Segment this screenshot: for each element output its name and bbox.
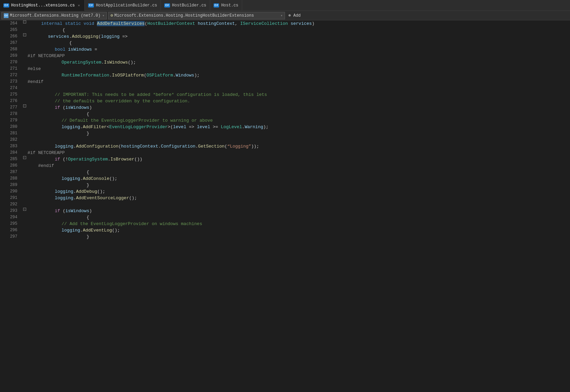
token-normal: (); — [97, 189, 105, 194]
token-param: logging — [62, 228, 80, 233]
token-normal: { — [55, 170, 89, 175]
namespace-left-select[interactable]: C#Microsoft.Extensions.Hosting (net7.0)▾ — [1, 12, 107, 19]
line-number: 294 — [3, 214, 21, 221]
token-normal: ); — [194, 73, 200, 78]
collapse-button[interactable]: − — [21, 156, 28, 159]
code-area[interactable]: 264−internal static void AddDefaultServi… — [0, 20, 570, 392]
table-row: 279// Default the EventLogLoggerProvider… — [3, 117, 570, 124]
tab-close-icon[interactable]: ✕ — [77, 3, 81, 8]
token-kw: void — [84, 21, 94, 26]
tab-tab4[interactable]: C#Host.cs — [210, 0, 242, 11]
token-kw-ctrl: if — [55, 105, 60, 110]
line-number: 296 — [3, 227, 21, 234]
token-normal: (); — [112, 228, 120, 233]
token-comment: // IMPORTANT: This needs to be added *be… — [55, 92, 267, 97]
line-content: // Add the EventLogLoggerProvider on win… — [28, 221, 570, 227]
token-preprocessor: #if NETCOREAPP — [28, 150, 65, 155]
line-content: { — [28, 40, 570, 46]
table-row: 291logging.AddEventSourceLogger(); — [3, 195, 570, 201]
token-normal — [81, 21, 84, 26]
line-content: } — [28, 182, 570, 188]
tab-tab2[interactable]: C#HostApplicationBuilder.cs — [85, 0, 161, 11]
line-number: 285 — [3, 156, 21, 163]
table-row: 284#if NETCOREAPP — [3, 150, 570, 156]
collapse-button[interactable]: − — [21, 208, 28, 211]
token-normal: { — [41, 28, 65, 33]
token-method: AddDebug — [76, 189, 97, 194]
line-number: 295 — [3, 221, 21, 227]
token-method: AddLogging — [72, 34, 98, 39]
token-param: hostingContext — [198, 21, 235, 26]
token-normal: ( — [144, 73, 147, 78]
token-param: services — [48, 34, 69, 39]
token-type: IServiceCollection — [240, 21, 288, 26]
cs-ns-icon: C# — [4, 13, 9, 18]
line-number: 284 — [3, 150, 21, 156]
line-number: 288 — [3, 175, 21, 182]
line-content: RuntimeInformation.IsOSPlatform(OSPlatfo… — [28, 72, 570, 79]
table-row: 297 } — [3, 234, 570, 240]
line-number: 292 — [3, 201, 21, 208]
collapse-button[interactable]: − — [21, 104, 28, 107]
line-content: #if NETCOREAPP — [28, 150, 570, 156]
token-preprocessor: #endif — [28, 79, 44, 84]
token-normal: ( — [60, 208, 66, 214]
line-number: 266 — [3, 33, 21, 40]
table-row: 295// Add the EventLogLoggerProvider on … — [3, 221, 570, 227]
line-content: // Default the EventLogLoggerProvider to… — [28, 117, 570, 124]
token-comment: // the defaults be overridden by the con… — [55, 99, 190, 104]
line-number: 289 — [3, 182, 21, 188]
collapse-button[interactable]: − — [21, 33, 28, 36]
token-param: Windows — [176, 73, 195, 78]
token-normal: } — [55, 183, 89, 188]
table-row: 288logging.AddConsole(); — [3, 175, 570, 182]
table-row: 269#if NETCOREAPP — [3, 53, 570, 59]
token-param: logging — [62, 176, 80, 181]
line-number: 282 — [3, 137, 21, 143]
token-normal: => — [186, 124, 197, 130]
token-preprocessor: #endif — [28, 163, 54, 168]
tab-tab1[interactable]: C#HostingHost...xtensions.cs✕ — [0, 0, 85, 11]
line-content: services.AddLogging(logging => — [28, 33, 570, 40]
line-number: 274 — [3, 85, 21, 91]
table-row: 289 } — [3, 182, 570, 188]
table-row: 265 { — [3, 27, 570, 33]
add-button[interactable]: ⊕ Add — [286, 13, 303, 18]
dropdown-arrow-icon2: ▾ — [281, 14, 283, 18]
table-row: 268bool isWindows = — [3, 46, 570, 53]
line-content: logging.AddEventLog(); — [28, 227, 570, 234]
member-icon: ⚙ — [111, 13, 113, 18]
token-param: services — [290, 21, 312, 26]
token-comment: // Add the EventLogLoggerProvider on win… — [62, 221, 202, 226]
line-content: logging.AddEventSourceLogger(); — [28, 195, 570, 201]
table-row: 281 } — [3, 130, 570, 137]
line-number: 287 — [3, 169, 21, 175]
table-row: 280logging.AddFilter<EventLogLoggerProvi… — [3, 124, 570, 130]
collapse-button[interactable]: − — [21, 20, 28, 23]
line-content: logging.AddConfiguration(hostingContext.… — [28, 143, 570, 150]
token-normal: ()) — [134, 157, 142, 162]
line-number: 275 — [3, 91, 21, 98]
token-normal: (); — [129, 195, 137, 201]
line-number: 273 — [3, 79, 21, 85]
line-content: #if NETCOREAPP — [28, 53, 570, 59]
token-param: Warning — [245, 124, 263, 130]
token-normal: } — [55, 234, 89, 239]
token-param: hostingContext — [121, 144, 158, 149]
line-number: 264 — [3, 20, 21, 27]
table-row: 273#endif — [3, 79, 570, 85]
table-row: 285−if (!OperatingSystem.IsBrowser()) — [3, 156, 570, 163]
tab-label: Host.cs — [221, 3, 238, 8]
token-normal: . — [158, 144, 161, 149]
token-param: Configuration — [161, 144, 195, 149]
token-kw-ctrl: if — [55, 208, 60, 214]
line-content: // the defaults be overridden by the con… — [28, 98, 570, 104]
table-row: 277−if (isWindows) — [3, 104, 570, 111]
tab-tab3[interactable]: C#HostBuilder.cs — [161, 0, 210, 11]
namespace-right-select[interactable]: ⚙Microsoft.Extensions.Hosting.HostingHos… — [108, 12, 285, 19]
line-number: 267 — [3, 40, 21, 46]
line-content: #else — [28, 66, 570, 72]
table-row: 276// the defaults be overridden by the … — [3, 98, 570, 104]
token-preprocessor: #else — [28, 66, 41, 71]
token-normal: ) — [312, 21, 315, 26]
